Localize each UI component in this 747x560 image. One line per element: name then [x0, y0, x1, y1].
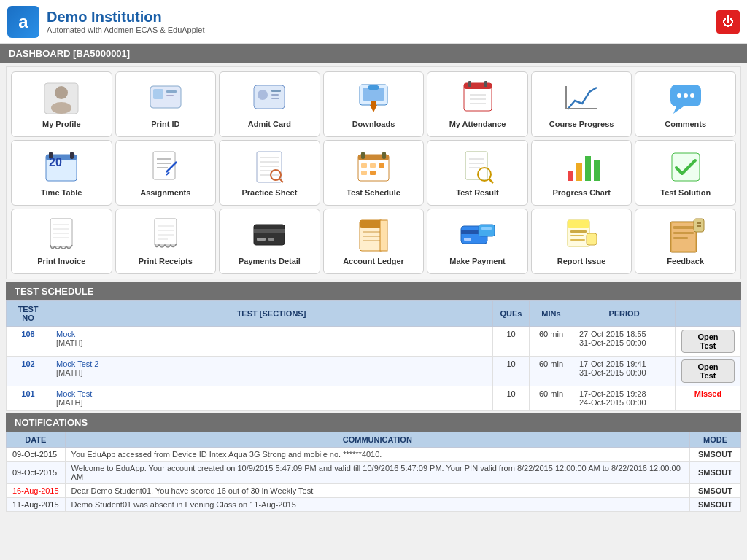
svg-rect-89: [380, 220, 387, 251]
svg-rect-96: [568, 220, 589, 228]
test-action-cell: Missed: [676, 386, 741, 411]
print-receipts-label: Print Receipts: [139, 257, 193, 265]
time-table-label: Time Table: [41, 188, 82, 197]
grid-item-make-payment[interactable]: Make Payment: [427, 209, 528, 274]
svg-rect-9: [271, 90, 281, 92]
grid-item-time-table[interactable]: 20Time Table: [11, 140, 112, 206]
th-test: TEST [SECTIONS]: [50, 301, 493, 327]
th-mins: MINs: [530, 301, 573, 327]
test-result-label: Test Result: [456, 188, 498, 197]
test-section: [MATH]: [56, 368, 82, 377]
svg-text:20: 20: [49, 156, 62, 168]
make-payment-icon: [458, 217, 498, 254]
test-no-cell: 101: [7, 386, 50, 411]
grid-item-report-issue[interactable]: Report Issue: [531, 209, 632, 274]
test-schedule-icon: [354, 149, 393, 185]
progress-chart-label: Progress Chart: [552, 188, 610, 197]
make-payment-label: Make Payment: [449, 257, 505, 265]
test-schedule-label: Test Schedule: [347, 188, 400, 197]
test-action-cell[interactable]: Open Test: [676, 357, 741, 386]
test-schedule-table: TEST NO TEST [SECTIONS] QUEs MINs PERIOD…: [6, 300, 741, 411]
list-item: 09-Oct-2015 You EduApp accessed from Dev…: [7, 448, 741, 462]
svg-rect-80: [254, 225, 285, 245]
svg-rect-100: [587, 233, 597, 245]
notifications-header-row: DATE COMMUNICATION MODE: [7, 432, 741, 448]
notifications-body: 09-Oct-2015 You EduApp accessed from Dev…: [7, 448, 741, 512]
header-text: Demo Institution Automated with Addmen E…: [47, 9, 204, 34]
assignments-icon: [146, 149, 185, 185]
payments-detail-icon: [249, 217, 289, 254]
test-section: [MATH]: [56, 398, 82, 407]
test-mins-cell: 60 min: [530, 386, 573, 411]
test-no-cell: 108: [7, 327, 50, 357]
dashboard-label: DASHBOARD [BA5000001]: [9, 48, 130, 59]
test-name: Mock Test 2: [56, 359, 99, 368]
svg-rect-85: [360, 220, 383, 228]
my-attendance-icon: [458, 80, 498, 117]
downloads-label: Downloads: [352, 120, 395, 128]
test-schedule-header-row: TEST NO TEST [SECTIONS] QUEs MINs PERIOD: [7, 301, 741, 327]
test-solution-label: Test Solution: [660, 188, 711, 197]
institution-subtitle: Automated with Addmen ECAS & EduApplet: [47, 26, 204, 34]
comments-label: Comments: [665, 120, 706, 128]
grid-item-course-progress[interactable]: Course Progress: [531, 71, 632, 137]
notif-mode: SMSOUT: [690, 448, 741, 462]
th-communication: COMMUNICATION: [65, 432, 689, 448]
list-item: 11-Aug-2015 Demo Student01 was absent in…: [7, 498, 741, 512]
grid-item-my-profile[interactable]: My Profile: [11, 71, 112, 137]
grid-item-downloads[interactable]: Downloads: [323, 71, 425, 137]
logo-icon: a: [7, 6, 39, 38]
svg-rect-16: [371, 101, 376, 108]
dashboard-bar: DASHBOARD [BA5000001]: [0, 44, 747, 63]
grid-item-feedback[interactable]: Feedback: [635, 209, 736, 274]
svg-rect-65: [568, 171, 573, 181]
grid-item-assignments[interactable]: Assignments: [115, 140, 217, 206]
open-test-button[interactable]: Open Test: [681, 330, 735, 353]
grid-item-comments[interactable]: Comments: [635, 71, 736, 137]
svg-point-14: [368, 85, 379, 90]
print-receipts-icon: [146, 217, 185, 254]
open-test-button[interactable]: Open Test: [681, 359, 735, 383]
test-name-cell: Mock [MATH]: [50, 327, 493, 357]
svg-rect-23: [484, 81, 487, 87]
table-row: 101 Mock Test [MATH] 10 60 min 17-Oct-20…: [7, 386, 741, 411]
grid-item-test-solution[interactable]: Test Solution: [635, 140, 736, 206]
svg-rect-52: [361, 152, 365, 159]
grid-item-print-id[interactable]: Print ID: [115, 71, 217, 137]
test-action-cell[interactable]: Open Test: [676, 327, 741, 357]
table-row: 102 Mock Test 2 [MATH] 10 60 min 17-Oct-…: [7, 357, 741, 386]
svg-rect-103: [673, 226, 694, 229]
svg-rect-42: [257, 152, 282, 182]
svg-rect-92: [464, 238, 471, 241]
my-profile-label: My Profile: [42, 120, 81, 128]
svg-rect-67: [585, 156, 591, 181]
practice-sheet-icon: [249, 149, 289, 185]
notif-date: 09-Oct-2015: [7, 448, 66, 462]
svg-rect-93: [479, 225, 495, 236]
grid-item-practice-sheet[interactable]: Practice Sheet: [219, 140, 320, 206]
grid-item-test-schedule[interactable]: Test Schedule: [323, 140, 425, 206]
grid-item-print-receipts[interactable]: Print Receipts: [115, 209, 217, 274]
institution-name: Demo Institution: [47, 9, 204, 26]
test-name-cell: Mock Test [MATH]: [50, 386, 493, 411]
svg-rect-11: [271, 98, 279, 99]
grid-item-account-ledger[interactable]: Account Ledger: [323, 209, 425, 274]
svg-rect-98: [570, 235, 584, 236]
grid-item-print-invoice[interactable]: Print Invoice: [11, 209, 112, 274]
power-button[interactable]: ⏻: [716, 10, 740, 34]
notif-communication: Demo Student01 was absent in Evening Cla…: [65, 498, 689, 512]
icon-grid: My ProfilePrint IDAdmit CardDownloadsMy …: [6, 66, 741, 279]
svg-point-2: [51, 102, 71, 114]
svg-rect-25: [565, 86, 567, 109]
notifications-header: NOTIFICATIONS: [6, 413, 741, 432]
grid-item-payments-detail[interactable]: Payments Detail: [219, 209, 320, 274]
grid-item-test-result[interactable]: Test Result: [427, 140, 528, 206]
grid-item-progress-chart[interactable]: Progress Chart: [531, 140, 632, 206]
notifications-table: DATE COMMUNICATION MODE 09-Oct-2015 You …: [6, 432, 741, 512]
th-testno: TEST NO: [7, 301, 50, 327]
grid-item-admit-card[interactable]: Admit Card: [219, 71, 320, 137]
grid-item-my-attendance[interactable]: My Attendance: [427, 71, 528, 137]
th-ques: QUEs: [493, 301, 530, 327]
test-section: [MATH]: [56, 338, 82, 347]
print-id-label: Print ID: [151, 120, 179, 128]
